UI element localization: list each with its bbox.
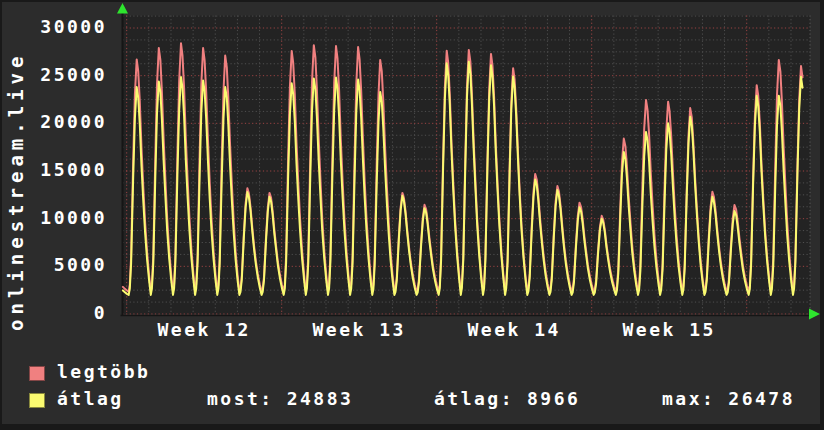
stat-max-label: max: <box>662 388 715 409</box>
y-tick-25000: 25000 <box>0 66 107 84</box>
legend-label-legtobb: legtöbb <box>57 363 150 381</box>
y-tick-15000: 15000 <box>0 161 107 179</box>
stat-max: max:26478 <box>662 390 795 408</box>
y-axis-arrow-icon <box>117 3 128 14</box>
x-tick-week-12: Week 12 <box>158 321 251 339</box>
legend-swatch-legtobb <box>29 366 45 381</box>
y-tick-5000: 5000 <box>0 256 107 274</box>
stat-current-label: most: <box>207 388 274 409</box>
stat-average-label: átlag: <box>434 388 514 409</box>
legend-swatch-atlag <box>29 393 45 408</box>
y-tick-20000: 20000 <box>0 113 107 131</box>
legend-label-atlag: átlag <box>57 390 124 408</box>
y-tick-30000: 30000 <box>0 18 107 36</box>
stat-max-value: 26478 <box>728 388 795 409</box>
x-axis-arrow-icon <box>809 309 820 320</box>
stat-average-value: 8966 <box>527 388 580 409</box>
rrdtool-graph-window: onlinestream.live 0500010000150002000025… <box>0 0 824 430</box>
y-tick-0: 0 <box>0 304 107 322</box>
x-tick-week-14: Week 14 <box>468 321 561 339</box>
stat-current-value: 24883 <box>287 388 354 409</box>
x-tick-week-15: Week 15 <box>623 321 716 339</box>
stat-current: most:24883 <box>207 390 353 408</box>
x-tick-week-13: Week 13 <box>313 321 406 339</box>
y-tick-10000: 10000 <box>0 209 107 227</box>
stat-average: átlag:8966 <box>434 390 580 408</box>
